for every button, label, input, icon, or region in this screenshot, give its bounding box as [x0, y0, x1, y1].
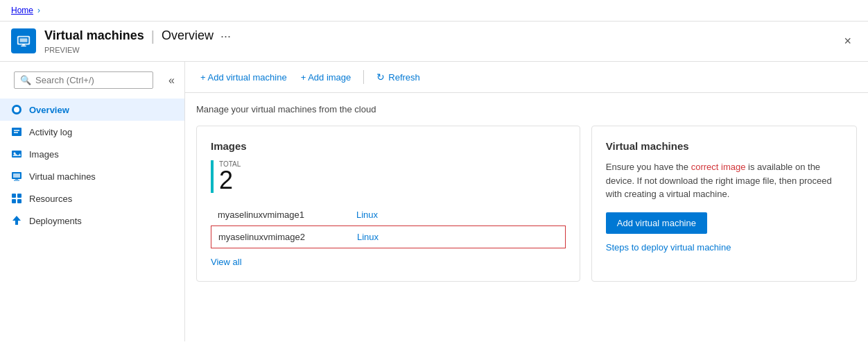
- refresh-button[interactable]: ↻ Refresh: [372, 69, 424, 85]
- image-name-2: myaselinuxvmimage2: [218, 232, 343, 242]
- sidebar-item-deployments-label: Deployments: [29, 216, 82, 226]
- images-icon: [11, 148, 22, 160]
- image-row[interactable]: myaselinuxvmimage1 Linux: [211, 204, 566, 225]
- image-list: myaselinuxvmimage1 Linux myaselinuxvmima…: [211, 204, 566, 248]
- content-body: Manage your virtual machines from the cl…: [185, 93, 868, 293]
- add-vm-toolbar-label: + Add virtual machine: [200, 72, 287, 83]
- page-title: Overview: [162, 28, 214, 43]
- count-bar: Total 2: [211, 160, 566, 193]
- header: Virtual machines | Overview ··· PREVIEW …: [0, 22, 868, 62]
- add-image-toolbar-label: + Add image: [301, 72, 351, 83]
- vm-desc-part1: Ensure you have the: [606, 162, 691, 172]
- view-all[interactable]: View all: [211, 257, 566, 267]
- svg-rect-17: [17, 194, 21, 198]
- main-layout: 🔍 « Overview Activity log Images: [0, 62, 868, 341]
- overview-icon: [11, 104, 22, 115]
- sidebar-item-deployments[interactable]: Deployments: [0, 210, 184, 232]
- preview-label: PREVIEW: [44, 46, 231, 54]
- sidebar-item-overview[interactable]: Overview: [0, 99, 184, 121]
- svg-rect-18: [12, 199, 16, 203]
- sidebar-item-images-label: Images: [29, 149, 59, 160]
- image-os-2: Linux: [357, 232, 379, 242]
- sidebar-item-resources[interactable]: Resources: [0, 187, 184, 210]
- search-icon: 🔍: [20, 75, 31, 85]
- search-box[interactable]: 🔍: [14, 71, 153, 89]
- activity-log-icon: [11, 126, 22, 137]
- sidebar-item-virtual-machines[interactable]: Virtual machines: [0, 165, 184, 187]
- content-area: + Add virtual machine + Add image ↻ Refr…: [185, 62, 868, 341]
- header-sep: |: [151, 28, 155, 44]
- total-count: 2: [219, 168, 241, 193]
- sidebar-item-overview-label: Overview: [29, 105, 69, 115]
- manage-text: Manage your virtual machines from the cl…: [196, 104, 857, 114]
- ellipsis-button[interactable]: ···: [220, 29, 231, 44]
- svg-rect-16: [12, 194, 16, 198]
- resources-icon: [11, 193, 22, 204]
- refresh-label: Refresh: [388, 72, 420, 83]
- top-bar: Home ›: [0, 0, 868, 22]
- svg-rect-19: [17, 199, 21, 203]
- sidebar-item-activity-log[interactable]: Activity log: [0, 121, 184, 143]
- steps-to-deploy-link[interactable]: Steps to deploy virtual machine: [606, 242, 731, 253]
- close-button[interactable]: ×: [838, 31, 857, 51]
- cards-row: Images Total 2 myaselinuxvmimage1 Linux: [196, 126, 857, 282]
- header-text: Virtual machines | Overview ··· PREVIEW: [44, 28, 231, 54]
- sidebar-item-activity-log-label: Activity log: [29, 127, 72, 137]
- resource-icon: [11, 28, 36, 53]
- image-os-1: Linux: [356, 210, 378, 220]
- breadcrumb: Home ›: [11, 6, 40, 15]
- svg-point-6: [14, 107, 19, 112]
- toolbar: + Add virtual machine + Add image ↻ Refr…: [185, 62, 868, 93]
- virtual-machines-icon: [11, 171, 22, 182]
- vm-card-title: Virtual machines: [606, 140, 842, 152]
- add-virtual-machine-toolbar-button[interactable]: + Add virtual machine: [196, 69, 291, 85]
- images-card: Images Total 2 myaselinuxvmimage1 Linux: [196, 126, 580, 282]
- vm-description: Ensure you have the correct image is ava…: [606, 160, 842, 201]
- breadcrumb-sep: ›: [37, 6, 40, 15]
- home-link[interactable]: Home: [11, 6, 33, 15]
- deployments-icon: [11, 215, 22, 226]
- search-input[interactable]: [35, 75, 147, 85]
- sidebar-item-resources-label: Resources: [29, 194, 72, 204]
- sidebar: 🔍 « Overview Activity log Images: [0, 62, 185, 341]
- add-image-toolbar-button[interactable]: + Add image: [297, 69, 356, 85]
- images-card-title: Images: [211, 140, 566, 152]
- correct-image-link[interactable]: correct image: [691, 162, 746, 172]
- collapse-button[interactable]: «: [164, 73, 179, 88]
- toolbar-separator: [363, 70, 364, 84]
- image-row-selected[interactable]: myaselinuxvmimage2 Linux: [211, 225, 566, 248]
- svg-rect-7: [12, 128, 21, 136]
- count-accent: [211, 160, 214, 193]
- refresh-icon: ↻: [376, 71, 385, 83]
- image-name-1: myaselinuxvmimage1: [218, 210, 342, 220]
- vm-card: Virtual machines Ensure you have the cor…: [591, 126, 857, 282]
- view-all-link[interactable]: View all: [211, 257, 242, 267]
- resource-type-label: Virtual machines: [44, 28, 144, 43]
- sidebar-item-images[interactable]: Images: [0, 143, 184, 165]
- svg-rect-2: [20, 38, 28, 42]
- svg-rect-13: [13, 173, 20, 178]
- add-virtual-machine-button[interactable]: Add virtual machine: [606, 212, 707, 234]
- sidebar-item-virtual-machines-label: Virtual machines: [29, 171, 96, 182]
